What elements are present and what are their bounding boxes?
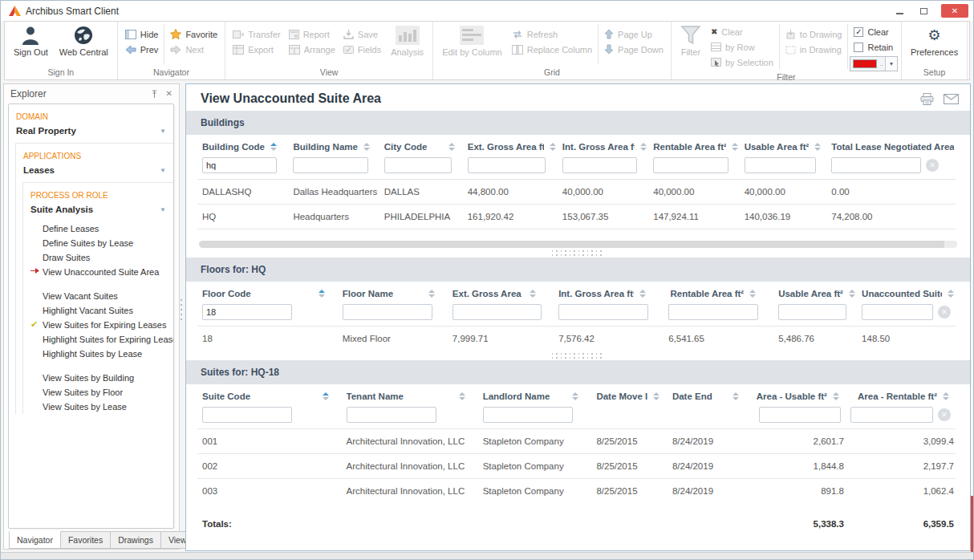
refresh-button[interactable]: Refresh [508, 26, 596, 42]
tab-drawings[interactable]: Drawings [111, 531, 161, 549]
filter-ext-gross-area[interactable] [453, 304, 542, 320]
filter-tenant-name[interactable] [347, 407, 436, 423]
column-header-unaccounted-suite-area[interactable]: Unaccounted Suite Area [857, 282, 956, 302]
edit-by-column-button[interactable]: Edit by Column [436, 22, 508, 57]
sign-out-button[interactable]: Sign Out [8, 22, 54, 57]
email-icon[interactable] [944, 94, 959, 104]
column-header-landlord-name[interactable]: Landlord Name [478, 384, 592, 405]
web-central-button[interactable]: Web Central [54, 22, 114, 57]
prev-button[interactable]: Prev [121, 42, 163, 57]
filter-int-gross-area[interactable] [562, 157, 637, 173]
hide-button[interactable]: Hide [121, 26, 163, 42]
by-row-button[interactable]: by Row [707, 39, 777, 55]
fields-button[interactable]: Fields [339, 42, 385, 57]
filter-building-code[interactable] [202, 157, 277, 173]
column-header-total-lease-negotiated-area[interactable]: Total Lease Negotiated Area ft² [826, 135, 956, 156]
domain-select[interactable]: Real Property▼ [9, 123, 173, 143]
about-button[interactable]: i About [971, 42, 974, 57]
analysis-button[interactable]: Analysis [385, 22, 429, 57]
by-selection-button[interactable]: by Selection [707, 55, 777, 70]
task-view-suites-for-expiring-leases[interactable]: ✔ View Suites for Expiring Leases [23, 318, 173, 332]
column-header-area-usable[interactable]: Area - Usable ft² [747, 384, 846, 405]
report-button[interactable]: Report [285, 26, 339, 42]
filter-city-code[interactable] [384, 157, 453, 173]
favorite-button[interactable]: Favorite [166, 26, 221, 42]
column-header-tenant-name[interactable]: Tenant Name [342, 384, 478, 405]
filter-ext-gross-area[interactable] [468, 157, 546, 173]
column-header-rentable-area[interactable]: Rentable Area ft² [664, 282, 773, 302]
transfer-button[interactable]: Transfer [229, 26, 285, 42]
preferences-button[interactable]: ⚙ Preferences [905, 22, 964, 57]
column-header-ext-gross-area[interactable]: Ext. Gross Area ft² [463, 135, 558, 156]
next-button[interactable]: Next [166, 42, 221, 57]
clear-filters-icon[interactable]: ✕ [938, 408, 951, 421]
clear-filter-button[interactable]: ✖ Clear [707, 24, 777, 39]
page-up-button[interactable]: Page Up [600, 26, 668, 42]
replace-column-button[interactable]: Replace Column [508, 42, 596, 57]
task-define-suites-by-lease[interactable]: Define Suites by Lease [23, 236, 173, 250]
retain-checkbox[interactable] [854, 43, 863, 52]
column-header-rentable-area[interactable]: Rentable Area ft² [648, 135, 739, 156]
section-splitter-handle[interactable] [552, 250, 605, 256]
column-header-area-rentable[interactable]: Area - Rentable ft² [846, 384, 956, 405]
filter-area-usable[interactable] [759, 407, 841, 423]
task-view-unaccounted-suite-area[interactable]: View Unaccounted Suite Area [23, 265, 173, 279]
arrange-button[interactable]: Arrange [285, 42, 339, 57]
filter-usable-area[interactable] [745, 157, 816, 173]
filter-area-rentable[interactable] [850, 407, 933, 423]
maximize-button[interactable] [917, 6, 930, 16]
page-down-button[interactable]: Page Down [600, 42, 668, 57]
task-draw-suites[interactable]: Draw Suites [23, 250, 173, 265]
filter-unaccounted-area[interactable] [862, 304, 933, 320]
column-header-date-move-in[interactable]: Date Move In [591, 384, 668, 405]
close-button[interactable]: ✕ [941, 4, 968, 18]
task-view-suites-by-lease[interactable]: View Suites by Lease [23, 400, 173, 414]
filter-floor-name[interactable] [343, 304, 432, 320]
filter-rentable-area[interactable] [653, 157, 728, 173]
clear-checkbox-option[interactable]: ✓ Clear [850, 24, 897, 39]
filter-suite-code[interactable] [202, 407, 292, 423]
save-button[interactable]: Save [339, 26, 385, 42]
filter-int-gross-area[interactable] [558, 304, 648, 320]
export-button[interactable]: Export [229, 42, 285, 57]
panel-splitter-handle[interactable] [179, 299, 183, 323]
column-header-int-gross-area[interactable]: Int. Gross Area ft² [554, 282, 664, 302]
clear-filters-icon[interactable]: ✕ [938, 306, 951, 319]
task-highlight-suites-by-lease[interactable]: Highlight Suites by Lease [23, 347, 173, 361]
column-header-usable-area[interactable]: Usable Area ft² [740, 135, 827, 156]
close-icon[interactable]: ✕ [166, 89, 172, 98]
filter-button[interactable]: Filter [675, 22, 707, 57]
task-view-vacant-suites[interactable]: View Vacant Suites [23, 289, 173, 303]
column-header-city-code[interactable]: City Code [379, 135, 463, 156]
chevron-down-icon[interactable]: ▼ [885, 57, 897, 71]
pin-icon[interactable] [151, 90, 158, 98]
column-header-floor-name[interactable]: Floor Name [338, 282, 448, 302]
filter-rentable-area[interactable] [668, 304, 758, 320]
tab-favorites[interactable]: Favorites [61, 531, 111, 549]
in-drawing-button[interactable]: in Drawing [781, 42, 846, 57]
column-header-int-gross-area[interactable]: Int. Gross Area ft² [558, 135, 648, 156]
clear-filters-icon[interactable]: ✕ [926, 159, 939, 172]
horizontal-scrollbar[interactable] [199, 241, 957, 248]
applications-select[interactable]: Leases▼ [16, 162, 173, 182]
task-view-suites-by-floor[interactable]: View Suites by Floor [23, 385, 173, 400]
section-splitter-handle[interactable] [552, 353, 605, 359]
task-view-suites-by-building[interactable]: View Suites by Building [23, 371, 173, 385]
task-define-leases[interactable]: Define Leases [23, 221, 173, 236]
filter-usable-area[interactable] [778, 304, 846, 320]
help-button[interactable]: ? Help [971, 26, 974, 42]
to-drawing-button[interactable]: to Drawing [781, 26, 846, 42]
task-highlight-suites-for-expiring-leases[interactable]: Highlight Suites for Expiring Leases [23, 332, 173, 347]
filter-building-name[interactable] [293, 157, 367, 173]
process-select[interactable]: Suite Analysis▼ [23, 201, 173, 221]
task-highlight-vacant-suites[interactable]: Highlight Vacant Suites [23, 303, 173, 318]
column-header-usable-area[interactable]: Usable Area ft² [773, 282, 857, 302]
column-header-building-name[interactable]: Building Name [288, 135, 379, 156]
column-header-ext-gross-area[interactable]: Ext. Gross Area ft² [448, 282, 554, 302]
column-header-floor-code[interactable]: Floor Code [197, 282, 338, 302]
highlight-color-select[interactable]: .. ▼ [850, 56, 897, 71]
clear-checkbox[interactable]: ✓ [854, 27, 863, 37]
column-header-building-code[interactable]: Building Code [197, 135, 288, 156]
print-icon[interactable] [920, 93, 934, 105]
filter-total-lease-area[interactable] [831, 157, 921, 173]
